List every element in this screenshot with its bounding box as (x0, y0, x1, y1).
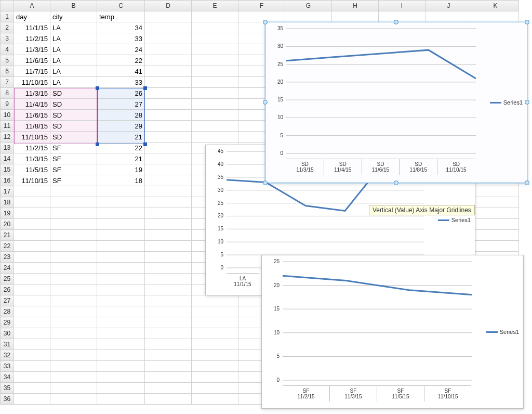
cell-D3[interactable] (145, 33, 192, 44)
range-handle[interactable] (96, 143, 99, 146)
cell-D5[interactable] (145, 55, 192, 66)
cell-D6[interactable] (145, 66, 192, 77)
cell-D31[interactable] (145, 339, 192, 350)
cell-C9[interactable]: 27 (97, 99, 145, 110)
cell-C25[interactable] (97, 274, 145, 284)
cell-E35[interactable] (192, 383, 238, 394)
cell-D27[interactable] (145, 295, 192, 306)
cell-A31[interactable] (14, 339, 50, 350)
cell-A30[interactable] (14, 328, 50, 339)
row-header-28[interactable]: 28 (1, 306, 14, 317)
row-header-19[interactable]: 19 (1, 208, 14, 219)
cell-A3[interactable]: 11/2/15 (14, 33, 50, 44)
column-header-E[interactable]: E (192, 1, 238, 11)
cell-J1[interactable] (425, 11, 472, 22)
cell-E31[interactable] (192, 339, 238, 350)
cell-E1[interactable] (192, 11, 238, 22)
row-header-29[interactable]: 29 (1, 317, 14, 328)
cell-E5[interactable] (192, 55, 238, 66)
row-header-7[interactable]: 7 (1, 77, 14, 88)
row-header-32[interactable]: 32 (1, 350, 14, 361)
cell-C8[interactable]: 26 (97, 88, 145, 99)
cell-K20[interactable] (472, 219, 519, 230)
cell-C7[interactable]: 33 (97, 77, 145, 88)
cell-E9[interactable] (192, 99, 238, 110)
cell-D15[interactable] (145, 164, 192, 175)
column-header-G[interactable]: G (285, 1, 332, 11)
cell-B24[interactable] (50, 263, 97, 274)
cell-A35[interactable] (14, 383, 50, 394)
cell-D33[interactable] (145, 361, 192, 372)
cell-B18[interactable] (50, 197, 97, 208)
cell-B35[interactable] (50, 383, 97, 394)
cell-C3[interactable]: 33 (97, 33, 145, 44)
cell-B31[interactable] (50, 339, 97, 350)
cell-C12[interactable]: 21 (97, 132, 145, 143)
row-header-26[interactable]: 26 (1, 284, 14, 295)
cell-C28[interactable] (97, 306, 145, 317)
row-header-12[interactable]: 12 (1, 132, 14, 143)
cell-A28[interactable] (14, 306, 50, 317)
cell-E3[interactable] (192, 33, 238, 44)
cell-B26[interactable] (50, 284, 97, 295)
cell-D14[interactable] (145, 153, 192, 164)
cell-C29[interactable] (97, 317, 145, 328)
chart-sf[interactable]: 0510152025 SF11/2/15SF11/3/15SF11/5/15SF… (261, 255, 524, 409)
cell-C13[interactable]: 22 (97, 143, 145, 153)
column-header-F[interactable]: F (238, 1, 285, 11)
cell-B13[interactable]: SF (50, 143, 97, 153)
cell-A16[interactable]: 11/10/15 (14, 175, 50, 186)
cell-B11[interactable]: SD (50, 121, 97, 132)
cell-E2[interactable] (192, 22, 238, 33)
row-header-20[interactable]: 20 (1, 219, 14, 230)
cell-B9[interactable]: SD (50, 99, 97, 110)
cell-A17[interactable] (14, 186, 50, 197)
cell-D19[interactable] (145, 208, 192, 219)
cell-C30[interactable] (97, 328, 145, 339)
row-header-17[interactable]: 17 (1, 186, 14, 197)
cell-B1[interactable]: city (50, 11, 97, 22)
row-header-24[interactable]: 24 (1, 263, 14, 274)
row-header-34[interactable]: 34 (1, 372, 14, 383)
cell-E8[interactable] (192, 88, 238, 99)
cell-A10[interactable]: 11/6/15 (14, 110, 50, 121)
row-header-18[interactable]: 18 (1, 197, 14, 208)
cell-D34[interactable] (145, 372, 192, 383)
cell-B3[interactable]: LA (50, 33, 97, 44)
cell-E34[interactable] (192, 372, 238, 383)
cell-B30[interactable] (50, 328, 97, 339)
row-header-13[interactable]: 13 (1, 143, 14, 153)
column-header-D[interactable]: D (145, 1, 192, 11)
row-header-1[interactable]: 1 (1, 11, 14, 22)
cell-C23[interactable] (97, 252, 145, 263)
cell-C31[interactable] (97, 339, 145, 350)
row-header-3[interactable]: 3 (1, 33, 14, 44)
cell-G1[interactable] (285, 11, 332, 22)
cell-B2[interactable]: LA (50, 22, 97, 33)
cell-D2[interactable] (145, 22, 192, 33)
cell-D20[interactable] (145, 219, 192, 230)
cell-D30[interactable] (145, 328, 192, 339)
row-header-30[interactable]: 30 (1, 328, 14, 339)
cell-B21[interactable] (50, 230, 97, 241)
cell-C35[interactable] (97, 383, 145, 394)
cell-A34[interactable] (14, 372, 50, 383)
cell-C26[interactable] (97, 284, 145, 295)
cell-B8[interactable]: SD (50, 88, 97, 99)
cell-B25[interactable] (50, 274, 97, 284)
cell-A19[interactable] (14, 208, 50, 219)
cell-H1[interactable] (332, 11, 379, 22)
cell-B14[interactable]: SF (50, 153, 97, 164)
cell-K21[interactable] (472, 230, 519, 241)
cell-A7[interactable]: 11/10/15 (14, 77, 50, 88)
row-header-33[interactable]: 33 (1, 361, 14, 372)
row-header-36[interactable]: 36 (1, 394, 14, 405)
cell-D17[interactable] (145, 186, 192, 197)
cell-E11[interactable] (192, 121, 238, 132)
row-header-11[interactable]: 11 (1, 121, 14, 132)
cell-A36[interactable] (14, 394, 50, 405)
cell-B34[interactable] (50, 372, 97, 383)
cell-D21[interactable] (145, 230, 192, 241)
row-header-6[interactable]: 6 (1, 66, 14, 77)
cell-C22[interactable] (97, 241, 145, 252)
